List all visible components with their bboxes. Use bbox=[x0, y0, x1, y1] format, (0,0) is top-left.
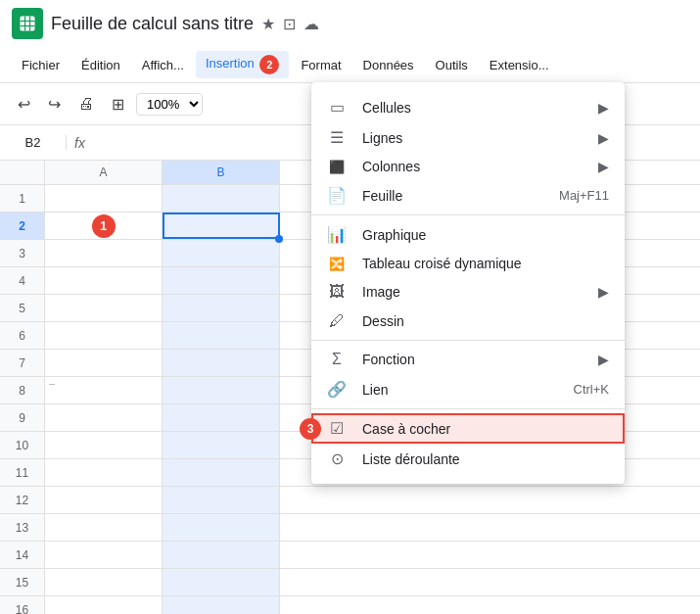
dessin-label: Dessin bbox=[362, 313, 609, 329]
fonction-label: Fonction bbox=[362, 352, 583, 367]
cell-a14[interactable] bbox=[45, 542, 163, 568]
col-header-a[interactable]: A bbox=[45, 161, 163, 184]
menu-insertion[interactable]: Insertion 2 bbox=[196, 51, 290, 78]
table-row: 15 bbox=[0, 569, 700, 596]
table-row: 13 bbox=[0, 514, 700, 542]
folder-icon[interactable]: ⊡ bbox=[283, 15, 296, 33]
step3-badge: 3 bbox=[300, 418, 321, 440]
row-num-7: 7 bbox=[0, 350, 45, 376]
menu-item-dessin[interactable]: 🖊 Dessin bbox=[311, 307, 625, 336]
case-a-cocher-icon: ☑ bbox=[327, 419, 347, 438]
cell-b8[interactable] bbox=[163, 377, 280, 403]
cell-b4[interactable] bbox=[163, 267, 280, 294]
cell-b2[interactable] bbox=[163, 213, 280, 239]
graphique-label: Graphique bbox=[362, 227, 609, 243]
cell-a7[interactable] bbox=[45, 350, 163, 376]
menu-item-cellules[interactable]: ▭ Cellules ▶ bbox=[311, 92, 625, 122]
row-num-6: 6 bbox=[0, 322, 45, 349]
menu-item-liste-deroulante[interactable]: ⊙ Liste déroulante bbox=[311, 444, 625, 474]
cell-b12[interactable] bbox=[163, 487, 280, 513]
menu-item-feuille[interactable]: 📄 Feuille Maj+F11 bbox=[311, 180, 625, 211]
cell-b14[interactable] bbox=[163, 542, 280, 568]
cell-a2[interactable]: 1 bbox=[45, 213, 163, 239]
cell-a16[interactable] bbox=[45, 596, 163, 614]
lignes-icon: ☰ bbox=[327, 128, 347, 147]
cell-b9[interactable] bbox=[163, 404, 280, 431]
feuille-shortcut: Maj+F11 bbox=[559, 188, 609, 203]
menu-group-2: 📊 Graphique 🔀 Tableau croisé dynamique 🖼… bbox=[311, 215, 625, 341]
insertion-badge: 2 bbox=[259, 55, 279, 74]
cell-a12[interactable] bbox=[45, 487, 163, 513]
lien-icon: 🔗 bbox=[327, 380, 347, 399]
cell-b3[interactable] bbox=[163, 240, 280, 266]
menu-group-1: ▭ Cellules ▶ ☰ Lignes ▶ ⬛ Colonnes ▶ 📄 F… bbox=[311, 88, 625, 215]
redo-button[interactable]: ↪ bbox=[42, 91, 67, 118]
cloud-icon[interactable]: ☁ bbox=[303, 15, 319, 33]
cell-a13[interactable] bbox=[45, 514, 163, 541]
row-num-9: 9 bbox=[0, 404, 45, 431]
star-icon[interactable]: ★ bbox=[261, 15, 275, 33]
cell-a9[interactable] bbox=[45, 404, 163, 431]
cell-a5[interactable] bbox=[45, 295, 163, 321]
cell-a8[interactable]: – bbox=[45, 377, 163, 403]
row-num-14: 14 bbox=[0, 542, 45, 568]
row-num-13: 13 bbox=[0, 514, 45, 541]
colonnes-icon: ⬛ bbox=[327, 160, 347, 174]
row-num-2: 2 bbox=[0, 213, 45, 239]
menu-item-lien[interactable]: 🔗 Lien Ctrl+K bbox=[311, 374, 625, 404]
menu-outils[interactable]: Outils bbox=[426, 54, 478, 76]
cell-b7[interactable] bbox=[163, 350, 280, 376]
menu-item-graphique[interactable]: 📊 Graphique bbox=[311, 219, 625, 250]
cell-b10[interactable] bbox=[163, 432, 280, 458]
menu-item-image[interactable]: 🖼 Image ▶ bbox=[311, 277, 625, 307]
undo-button[interactable]: ↩ bbox=[12, 91, 36, 118]
menu-item-tableau[interactable]: 🔀 Tableau croisé dynamique bbox=[311, 250, 625, 277]
fx-icon: fx bbox=[74, 135, 85, 151]
tableau-icon: 🔀 bbox=[327, 257, 347, 271]
cell-b16[interactable] bbox=[163, 596, 280, 614]
lien-label: Lien bbox=[362, 382, 558, 398]
cell-a15[interactable] bbox=[45, 569, 163, 595]
menu-donnees[interactable]: Données bbox=[353, 54, 424, 76]
menu-item-colonnes[interactable]: ⬛ Colonnes ▶ bbox=[311, 153, 625, 180]
cell-b1[interactable] bbox=[163, 185, 280, 212]
cell-b5[interactable] bbox=[163, 295, 280, 321]
cell-a6[interactable] bbox=[45, 322, 163, 349]
cell-reference[interactable]: B2 bbox=[8, 135, 67, 150]
menu-item-case-a-cocher[interactable]: 3 ☑ Case à cocher bbox=[311, 413, 625, 444]
svg-rect-0 bbox=[21, 17, 35, 31]
cell-b13[interactable] bbox=[163, 514, 280, 541]
menu-item-fonction[interactable]: Σ Fonction ▶ bbox=[311, 345, 625, 374]
table-row: 14 bbox=[0, 542, 700, 569]
menu-format[interactable]: Format bbox=[291, 54, 350, 76]
col-header-b[interactable]: B bbox=[163, 161, 280, 184]
lien-shortcut: Ctrl+K bbox=[574, 382, 609, 397]
cell-a3[interactable] bbox=[45, 240, 163, 266]
menu-edition[interactable]: Édition bbox=[71, 54, 130, 76]
print-button[interactable]: 🖨 bbox=[72, 91, 100, 117]
fill-handle[interactable] bbox=[275, 235, 283, 243]
cell-a10[interactable] bbox=[45, 432, 163, 458]
row-num-1: 1 bbox=[0, 185, 45, 212]
menu-extensions[interactable]: Extensio... bbox=[480, 54, 559, 76]
cell-a4[interactable] bbox=[45, 267, 163, 294]
insertion-dropdown: ▭ Cellules ▶ ☰ Lignes ▶ ⬛ Colonnes ▶ 📄 F… bbox=[311, 82, 625, 484]
cell-b6[interactable] bbox=[163, 322, 280, 349]
row-num-12: 12 bbox=[0, 487, 45, 513]
menu-fichier[interactable]: Fichier bbox=[12, 54, 70, 76]
menu-affichage[interactable]: Affich... bbox=[132, 54, 194, 76]
menu-item-lignes[interactable]: ☰ Lignes ▶ bbox=[311, 122, 625, 153]
row-num-10: 10 bbox=[0, 432, 45, 458]
colonnes-arrow: ▶ bbox=[598, 159, 609, 174]
image-arrow: ▶ bbox=[598, 284, 609, 300]
cell-a1[interactable] bbox=[45, 185, 163, 212]
document-title: Feuille de calcul sans titre bbox=[51, 14, 254, 34]
zoom-select[interactable]: 100% 75% 150% bbox=[136, 93, 203, 116]
liste-deroulante-icon: ⊙ bbox=[327, 449, 347, 468]
cell-b11[interactable] bbox=[163, 459, 280, 486]
format-paint-button[interactable]: ⊞ bbox=[106, 91, 130, 118]
cell-b15[interactable] bbox=[163, 569, 280, 595]
cell-a11[interactable] bbox=[45, 459, 163, 486]
table-row: 16 bbox=[0, 596, 700, 614]
table-row: 12 bbox=[0, 487, 700, 514]
